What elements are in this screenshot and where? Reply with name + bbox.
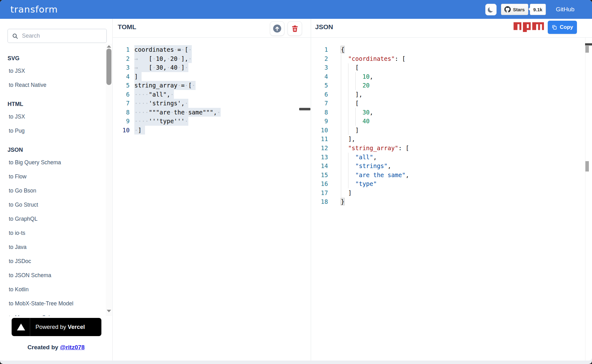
section-heading-svg: SVG [8, 53, 102, 64]
dark-mode-toggle[interactable] [485, 4, 497, 15]
line-number: 14 [311, 161, 328, 171]
code-line: 8····"""are·the·same""",· [112, 108, 299, 117]
vercel-divider [30, 318, 30, 336]
selection-highlight: → [·30,·40·]· [134, 63, 188, 72]
header-actions: Stars 9.1k GitHub [485, 0, 574, 19]
code-line: 2→ [·10,·20·],· [112, 54, 299, 63]
line-number: 9 [311, 117, 328, 126]
app-window: transform Stars 9.1k GitHub [0, 0, 592, 364]
line-number: 9 [112, 117, 130, 126]
created-by-label: Created by [27, 344, 58, 351]
line-number: 4 [311, 72, 328, 81]
json-scrollbar-thumb[interactable] [585, 46, 589, 53]
github-octocat-icon [504, 6, 511, 13]
sidebar-item-json-to-json-schema[interactable]: to JSON Schema [8, 268, 102, 282]
sidebar-item-json-to-java[interactable]: to Java [8, 240, 102, 254]
code-line: 11 ], [311, 135, 585, 144]
selection-highlight: ·] [134, 126, 145, 135]
code-line: 6····"all",· [112, 90, 299, 99]
line-number: 4 [112, 72, 130, 81]
code-line: 4 10, [311, 72, 585, 81]
line-number: 15 [311, 171, 328, 180]
copy-icon [552, 24, 557, 30]
sidebar-scrollbar-thumb[interactable] [106, 49, 111, 85]
line-number: 6 [311, 90, 328, 99]
sidebar-item-json-to-go-struct[interactable]: to Go Struct [8, 198, 102, 212]
panel-header-border [112, 37, 592, 38]
json-editor[interactable]: 1{2 "coordinates": [3 [4 10,5 206 ],7 [8… [311, 45, 585, 206]
clear-editor-button[interactable] [288, 21, 302, 36]
upload-icon [273, 24, 282, 33]
selection-highlight: ····"all",· [134, 90, 174, 99]
github-stars-count[interactable]: 9.1k [530, 4, 546, 15]
github-link[interactable]: GitHub [556, 6, 574, 13]
code-line: 5string_array·=·[· [112, 81, 299, 90]
line-number: 16 [311, 179, 328, 188]
sidebar-item-json-to-big-query-schema[interactable]: to Big Query Schema [8, 156, 102, 170]
search-input[interactable] [21, 32, 98, 40]
selection-highlight: ] [134, 72, 142, 81]
line-number: 10 [112, 126, 130, 135]
code-line: 7····'strings',· [112, 99, 299, 108]
top-header: transform Stars 9.1k GitHub [0, 0, 592, 19]
code-line: 10·] [112, 126, 299, 135]
sidebar-item-json-to-kotlin[interactable]: to Kotlin [8, 282, 102, 297]
line-number: 5 [112, 81, 130, 90]
sidebar-item-html-to-pug[interactable]: to Pug [8, 124, 102, 138]
selection-highlight: ····'''type'''· [134, 117, 188, 126]
line-number: 8 [112, 108, 130, 117]
copy-button[interactable]: Copy [548, 21, 577, 34]
code-line: 5 20 [311, 81, 585, 90]
github-stars-button[interactable]: Stars [501, 4, 528, 15]
search-box [8, 29, 107, 43]
code-line: 4] [112, 72, 299, 81]
code-line: 16 "type" [311, 179, 585, 188]
scrollbar-down-arrow[interactable] [107, 310, 111, 312]
line-number: 2 [311, 54, 328, 63]
sidebar-item-json-to-mobx-state-tree-model[interactable]: to MobX-State-Tree Model [8, 297, 102, 311]
section-heading-html: HTML [8, 98, 102, 110]
converter-list: SVG to JSX to React Native HTML to JSX t… [8, 47, 102, 317]
line-number: 10 [311, 126, 328, 135]
line-number: 3 [112, 63, 130, 72]
vercel-logo-icon [17, 324, 25, 330]
selection-highlight: string_array·=·[· [134, 81, 196, 90]
code-line: 2 "coordinates": [ [311, 54, 585, 63]
code-line: 8 30, [311, 108, 585, 117]
created-by-row: Created by @ritz078 [0, 344, 112, 351]
line-number: 5 [311, 81, 328, 90]
sidebar-item-svg-to-jsx[interactable]: to JSX [8, 64, 102, 78]
app-logo[interactable]: transform [10, 4, 58, 15]
toml-editor[interactable]: 1coordinates·=·[·2→ [·10,·20·],·3→ [·30,… [112, 45, 299, 135]
line-number: 3 [311, 63, 328, 72]
code-line: 7 [ [311, 99, 585, 108]
vercel-text: Powered by Vercel [35, 324, 85, 330]
code-line: 3 [ [311, 63, 585, 72]
sidebar-item-json-to-jsdoc[interactable]: to JSDoc [8, 254, 102, 268]
toml-panel-title: TOML [118, 23, 136, 31]
selection-highlight: ····'strings',· [134, 99, 188, 108]
vercel-banner[interactable]: Powered by Vercel [12, 318, 101, 336]
npm-logo[interactable] [514, 22, 544, 33]
upload-file-button[interactable] [270, 21, 284, 36]
sidebar-item-svg-to-react-native[interactable]: to React Native [8, 78, 102, 92]
split-drag-handle[interactable] [299, 108, 310, 110]
sidebar-item-json-to-io-ts[interactable]: to io-ts [8, 226, 102, 240]
json-scrollbar-track [585, 38, 585, 361]
line-number: 1 [112, 45, 130, 54]
sidebar-item-html-to-jsx[interactable]: to JSX [8, 110, 102, 124]
line-number: 2 [112, 54, 130, 63]
line-number: 12 [311, 144, 328, 153]
code-line: 15 "are the same", [311, 171, 585, 180]
line-number: 13 [311, 153, 328, 162]
sidebar-item-json-to-graphql[interactable]: to GraphQL [8, 212, 102, 226]
selection-highlight: ····"""are·the·same""",· [134, 108, 221, 117]
stars-label: Stars [513, 7, 525, 12]
scrollbar-up-arrow[interactable] [107, 45, 111, 48]
trash-icon [291, 25, 299, 33]
code-line: 3→ [·30,·40·]· [112, 63, 299, 72]
selection-highlight: coordinates·=·[· [134, 45, 192, 54]
author-link[interactable]: @ritz078 [60, 344, 85, 351]
sidebar-item-json-to-flow[interactable]: to Flow [8, 170, 102, 184]
sidebar-item-json-to-go-bson[interactable]: to Go Bson [8, 184, 102, 198]
